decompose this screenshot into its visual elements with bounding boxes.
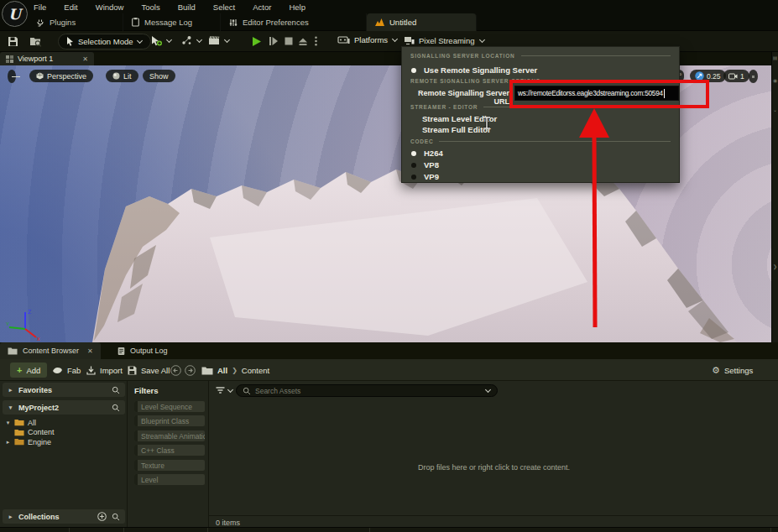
chevron-down-icon — [485, 388, 491, 394]
message-log-icon — [132, 18, 139, 27]
panel-expand-icon: ❯ — [772, 263, 778, 269]
add-button[interactable]: + Add — [10, 362, 47, 378]
tree-item-all[interactable]: ▾ All — [5, 418, 55, 428]
show-dropdown[interactable]: Show — [143, 70, 175, 82]
search-icon[interactable] — [112, 404, 120, 412]
menu-tools[interactable]: Tools — [141, 3, 159, 12]
collections-row[interactable]: ▸ Collections — [3, 509, 125, 524]
menu-file[interactable]: File — [34, 3, 46, 12]
save-current-level-button[interactable] — [6, 34, 20, 49]
tab-viewport-1[interactable]: Viewport 1 ✕ — [0, 52, 94, 65]
save-all-button[interactable]: Save All — [128, 362, 170, 378]
panel-chevron-icon: ⌄ — [772, 107, 778, 112]
add-actor-dropdown[interactable] — [151, 35, 172, 46]
asset-status-bar: 0 items — [209, 515, 778, 527]
right-docked-panel-edge[interactable]: ▤ ◉ ⌄ ❯ — [771, 52, 778, 342]
search-assets-input[interactable] — [255, 387, 481, 395]
clapperboard-icon — [208, 35, 220, 45]
folder-open-icon — [14, 419, 24, 426]
skip-icon — [269, 36, 279, 46]
tab-editor-preferences[interactable]: Editor Preferences — [221, 13, 367, 31]
radio-selected-icon — [411, 68, 416, 73]
play-button[interactable] — [249, 34, 263, 48]
filter-blueprint-class[interactable]: Blueprint Class — [134, 415, 205, 426]
browse-content-button[interactable] — [29, 34, 43, 49]
radio-unselected-icon — [411, 163, 416, 168]
search-icon[interactable] — [112, 513, 120, 521]
plug-icon — [36, 18, 44, 27]
tab-output-log[interactable]: Output Log — [110, 342, 175, 359]
panel-grid-icon: ▤ — [772, 55, 778, 60]
filter-cpp-class[interactable]: C++ Class — [134, 445, 205, 456]
project-row[interactable]: ▾ MyProject2 — [3, 400, 125, 415]
expanded-arrow-icon: ▾ — [8, 404, 13, 411]
favorites-row[interactable]: ▸ Favorites — [3, 383, 125, 397]
search-assets-bar[interactable] — [236, 384, 498, 397]
filter-level[interactable]: Level — [134, 474, 205, 485]
menu-build[interactable]: Build — [178, 3, 196, 12]
arrow-right-circle-icon — [185, 365, 196, 376]
forward-button[interactable] — [185, 362, 196, 378]
close-icon[interactable]: ✕ — [82, 55, 88, 63]
tab-plugins[interactable]: Plugins — [28, 13, 123, 31]
stop-icon — [285, 37, 293, 45]
back-button[interactable] — [170, 362, 181, 378]
maximize-viewport-button[interactable] — [749, 70, 758, 83]
tree-item-engine[interactable]: ▸ Engine — [5, 437, 55, 447]
tab-untitled[interactable]: Untitled — [367, 13, 477, 31]
items-count: 0 items — [216, 519, 240, 527]
menu-item-codec-vp9[interactable]: VP9 — [411, 172, 439, 181]
fab-button[interactable]: Fab — [52, 362, 81, 378]
menu-actor[interactable]: Actor — [253, 3, 271, 12]
frame-skip-button[interactable] — [267, 34, 280, 48]
breadcrumb-content[interactable]: Content — [242, 366, 269, 375]
menu-item-use-remote-signalling-server[interactable]: Use Remote Signalling Server — [411, 65, 537, 75]
selection-mode-dropdown[interactable]: Selection Mode — [58, 34, 151, 50]
camera-count-button[interactable]: 1 — [723, 70, 749, 82]
section-signalling-server-location: SIGNALLING SERVER LOCATION — [410, 53, 671, 59]
add-collection-icon[interactable] — [97, 512, 107, 521]
tree-item-content[interactable]: Content — [5, 428, 55, 438]
remote-url-label: Remote Signalling Server URL — [402, 89, 509, 106]
content-browser-toolbar: + Add Fab Import Save All — [0, 359, 778, 381]
filters-panel: Filters Level Sequence Blueprint Class S… — [128, 381, 208, 527]
tab-content-browser[interactable]: Content Browser ✕ — [0, 342, 101, 359]
menu-edit[interactable]: Edit — [64, 3, 77, 12]
collapsed-arrow-icon: ▸ — [5, 439, 11, 446]
filter-texture[interactable]: Texture — [134, 460, 205, 471]
viewport-options-button[interactable] — [8, 70, 16, 83]
level-icon — [375, 18, 384, 26]
menu-item-stream-full-editor[interactable]: Stream Full Editor — [422, 125, 491, 134]
pixel-streaming-dropdown[interactable]: Pixel Streaming — [404, 35, 485, 45]
expanded-arrow-icon: ▾ — [5, 420, 11, 426]
cinematics-dropdown[interactable] — [208, 35, 230, 45]
search-icon[interactable] — [112, 386, 120, 394]
perspective-dropdown[interactable]: Perspective — [29, 70, 93, 82]
menu-item-stream-level-editor[interactable]: Stream Level Editor — [422, 114, 497, 123]
settings-button[interactable]: ⚙ Settings — [712, 362, 753, 378]
menu-help[interactable]: Help — [289, 3, 305, 12]
play-options-button[interactable] — [312, 34, 319, 48]
tab-message-log[interactable]: Message Log — [123, 13, 221, 31]
menu-select[interactable]: Select — [213, 3, 235, 12]
platforms-dropdown[interactable]: Platforms — [337, 35, 398, 44]
breadcrumb-all[interactable]: All — [217, 366, 227, 375]
save-icon — [128, 366, 137, 375]
content-browser-panel: Content Browser ✕ Output Log + Add Fab I… — [0, 342, 778, 527]
import-button[interactable]: Import — [86, 362, 123, 378]
eject-button[interactable] — [296, 34, 310, 48]
unreal-editor-window: File Edit Window Tools Build Select Acto… — [0, 0, 778, 532]
filter-dropdown-button[interactable] — [216, 387, 233, 394]
menu-item-codec-h264[interactable]: H264 — [411, 149, 443, 158]
sliders-icon — [229, 18, 238, 27]
cursor-icon — [66, 37, 74, 46]
close-icon[interactable]: ✕ — [87, 347, 93, 355]
menu-item-codec-vp8[interactable]: VP8 — [411, 160, 439, 170]
lit-dropdown[interactable]: Lit — [106, 70, 138, 82]
filter-level-sequence[interactable]: Level Sequence — [134, 401, 205, 412]
menu-window[interactable]: Window — [96, 3, 124, 12]
chevron-down-icon — [392, 37, 398, 43]
stop-button[interactable] — [282, 34, 295, 48]
blueprints-dropdown[interactable] — [181, 35, 202, 45]
filter-streamable-animatic[interactable]: Streamable Animatic — [134, 430, 205, 441]
